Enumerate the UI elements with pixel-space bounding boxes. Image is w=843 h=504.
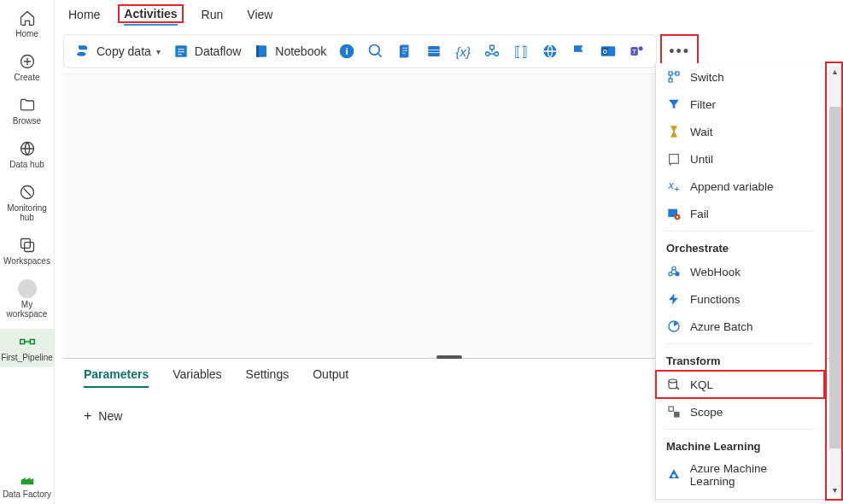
svg-rect-37 bbox=[675, 413, 679, 417]
table-icon bbox=[425, 43, 442, 60]
outlook-button[interactable]: O bbox=[600, 43, 617, 60]
folder-icon bbox=[18, 96, 37, 114]
dd-wait[interactable]: Wait bbox=[656, 118, 824, 145]
svg-text:T: T bbox=[633, 48, 637, 56]
dd-separator-3 bbox=[664, 429, 816, 430]
tab-variables[interactable]: Variables bbox=[173, 367, 221, 388]
main-area: Home Activities Run View Copy data ▾ Dat… bbox=[55, 0, 843, 504]
svg-rect-3 bbox=[20, 239, 30, 249]
flag-button[interactable] bbox=[571, 43, 588, 60]
scroll-up-icon[interactable]: ▴ bbox=[830, 67, 839, 75]
functions-icon bbox=[666, 291, 682, 307]
teams-button[interactable]: T bbox=[629, 43, 646, 60]
dd-fail[interactable]: Fail bbox=[656, 200, 824, 227]
variable-button[interactable]: {x} bbox=[454, 43, 471, 60]
nav-pipeline-label: First_Pipeline bbox=[1, 353, 53, 362]
notebook-button[interactable]: Notebook bbox=[253, 43, 326, 60]
append-variable-icon: x+ bbox=[666, 179, 682, 194]
filter-icon bbox=[666, 97, 682, 112]
left-nav: Home Create Browse Data hub Monitoring h… bbox=[0, 0, 55, 504]
until-icon bbox=[666, 151, 682, 167]
flag-icon bbox=[571, 43, 588, 60]
table-button[interactable] bbox=[425, 43, 442, 60]
scroll-down-icon[interactable]: ▾ bbox=[830, 485, 839, 494]
nav-home[interactable]: Home bbox=[0, 5, 54, 44]
dd-until[interactable]: Until bbox=[656, 145, 824, 173]
svg-rect-5 bbox=[20, 340, 24, 344]
svg-rect-6 bbox=[30, 340, 34, 344]
search-button[interactable] bbox=[367, 43, 384, 60]
nav-datahub[interactable]: Data hub bbox=[0, 136, 54, 174]
notebook-label: Notebook bbox=[275, 44, 326, 58]
nav-workspaces[interactable]: Workspaces bbox=[0, 232, 54, 271]
info-button[interactable]: i bbox=[338, 43, 355, 60]
outlook-icon: O bbox=[600, 43, 617, 60]
azure-batch-icon bbox=[666, 319, 682, 334]
dd-azurebatch[interactable]: Azure Batch bbox=[656, 313, 824, 340]
svg-point-38 bbox=[672, 474, 676, 478]
tab-activities[interactable]: Activities bbox=[124, 7, 177, 26]
nav-datahub-label: Data hub bbox=[9, 160, 44, 169]
svg-text:O: O bbox=[603, 49, 607, 55]
nav-pipeline[interactable]: First_Pipeline bbox=[0, 329, 54, 367]
new-label: New bbox=[98, 409, 122, 423]
nav-datafactory[interactable]: Data Factory bbox=[0, 466, 54, 504]
dd-heading-ml: Machine Learning bbox=[656, 433, 824, 456]
svg-point-35 bbox=[669, 379, 676, 383]
tab-run[interactable]: Run bbox=[202, 8, 224, 25]
nav-home-label: Home bbox=[15, 29, 38, 38]
dd-scope[interactable]: Scope bbox=[656, 398, 824, 425]
datafactory-icon bbox=[18, 469, 37, 488]
bracket-button[interactable]: ⟦⟧ bbox=[512, 43, 530, 60]
svg-point-31 bbox=[669, 273, 672, 276]
bracket-icon: ⟦⟧ bbox=[512, 43, 530, 60]
nav-myworkspace[interactable]: My workspace bbox=[0, 276, 54, 324]
dd-kql[interactable]: KQL bbox=[656, 371, 824, 398]
pipeline-icon bbox=[18, 332, 37, 351]
svg-rect-10 bbox=[256, 45, 259, 57]
flow-button[interactable] bbox=[483, 43, 501, 60]
nav-browse[interactable]: Browse bbox=[0, 92, 54, 131]
home-icon bbox=[18, 9, 37, 27]
dd-webhook[interactable]: WebHook bbox=[656, 258, 824, 285]
dd-heading-transform: Transform bbox=[656, 348, 824, 371]
avatar-icon bbox=[18, 279, 37, 298]
plus-icon: + bbox=[84, 408, 91, 424]
dd-filter-label: Filter bbox=[690, 98, 716, 111]
dd-functions[interactable]: Functions bbox=[656, 285, 824, 313]
tab-view[interactable]: View bbox=[247, 8, 272, 25]
kql-icon bbox=[666, 377, 682, 392]
globe-icon bbox=[542, 43, 559, 60]
nav-create[interactable]: Create bbox=[0, 49, 54, 87]
dd-azure-ml[interactable]: Azure Machine Learning bbox=[656, 456, 824, 494]
svg-point-16 bbox=[495, 52, 499, 56]
nav-monitoring[interactable]: Monitoring hub bbox=[0, 179, 54, 227]
web-button[interactable] bbox=[542, 43, 559, 60]
ml-icon bbox=[666, 467, 682, 483]
search-icon bbox=[367, 43, 384, 60]
svg-rect-14 bbox=[428, 46, 440, 56]
svg-rect-27 bbox=[669, 79, 672, 82]
tab-output[interactable]: Output bbox=[313, 367, 348, 388]
dd-functions-label: Functions bbox=[690, 293, 741, 306]
nav-workspaces-label: Workspaces bbox=[3, 256, 50, 266]
dd-append-variable[interactable]: x+Append variable bbox=[656, 173, 824, 200]
nav-create-label: Create bbox=[14, 73, 39, 82]
script-button[interactable] bbox=[396, 43, 413, 60]
dd-until-label: Until bbox=[690, 153, 713, 166]
teams-icon: T bbox=[629, 43, 646, 60]
tab-settings[interactable]: Settings bbox=[246, 367, 290, 388]
scrollbar-thumb[interactable] bbox=[829, 107, 841, 448]
datahub-icon bbox=[18, 139, 37, 158]
scope-icon bbox=[666, 404, 682, 419]
tab-parameters[interactable]: Parameters bbox=[84, 367, 149, 388]
dd-fail-label: Fail bbox=[690, 208, 709, 220]
dd-switch-label: Switch bbox=[690, 71, 724, 84]
dataflow-button[interactable]: Dataflow bbox=[173, 43, 241, 60]
dd-filter[interactable]: Filter bbox=[656, 91, 824, 118]
tab-home[interactable]: Home bbox=[68, 8, 100, 25]
dd-switch[interactable]: Switch bbox=[656, 63, 824, 91]
svg-rect-26 bbox=[676, 72, 679, 75]
monitoring-icon bbox=[18, 183, 37, 202]
copydata-button[interactable]: Copy data ▾ bbox=[74, 43, 161, 60]
